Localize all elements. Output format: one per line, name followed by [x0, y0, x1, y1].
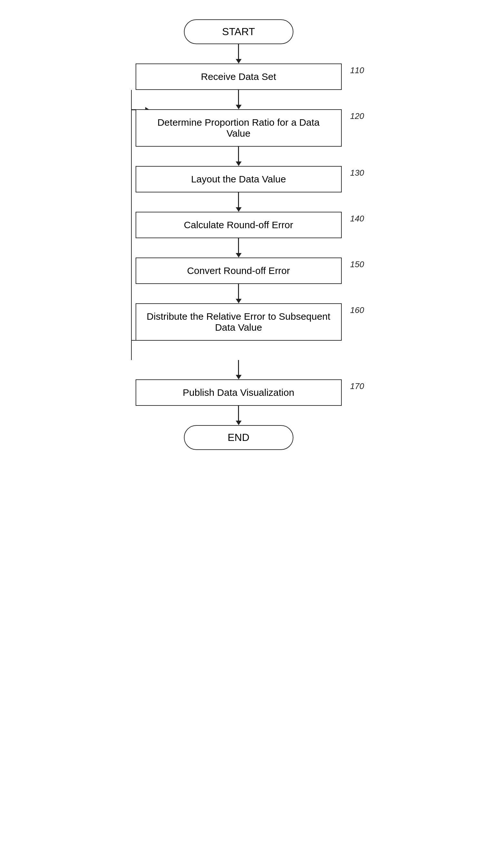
arrow-160-to-170 — [236, 360, 242, 379]
step-150-number: 150 — [350, 259, 364, 270]
step-140-number: 140 — [350, 214, 364, 224]
loop-left-line — [131, 90, 132, 360]
step-120-label: Determine Proportion Ratio for a Data Va… — [158, 117, 320, 138]
step-110-label: Receive Data Set — [201, 71, 276, 82]
step-150-wrapper: Convert Round-off Error 150 — [136, 257, 342, 284]
step-140-label: Calculate Round-off Error — [184, 219, 294, 230]
step-170-wrapper: Publish Data Visualization 170 — [136, 379, 342, 406]
arrow-start-to-110 — [236, 44, 242, 63]
step-150-box: Convert Round-off Error — [136, 257, 342, 284]
loop-section: Determine Proportion Ratio for a Data Va… — [126, 90, 351, 360]
step-110-wrapper: Receive Data Set 110 — [136, 63, 342, 90]
step-140-box: Calculate Round-off Error — [136, 212, 342, 238]
step-120-wrapper: Determine Proportion Ratio for a Data Va… — [136, 109, 342, 147]
step-160-wrapper: Distribute the Relative Error to Subsequ… — [136, 303, 342, 341]
step-170-number: 170 — [350, 381, 364, 391]
end-label: END — [228, 432, 250, 443]
arrow-140-to-150 — [236, 238, 242, 257]
step-150-label: Convert Round-off Error — [187, 265, 290, 276]
step-130-number: 130 — [350, 168, 364, 178]
step-130-label: Layout the Data Value — [191, 174, 286, 184]
end-terminal: END — [184, 425, 294, 450]
step-110-box: Receive Data Set — [136, 63, 342, 90]
arrow-130-to-140 — [236, 192, 242, 212]
start-terminal: START — [184, 19, 294, 44]
arrow-150-to-160 — [236, 284, 242, 303]
step-160-box: Distribute the Relative Error to Subsequ… — [136, 303, 342, 341]
start-label: START — [222, 26, 255, 37]
loop-bottom-spacer — [126, 341, 351, 360]
step-160-label: Distribute the Relative Error to Subsequ… — [146, 311, 330, 333]
step-140-wrapper: Calculate Round-off Error 140 — [136, 212, 342, 238]
step-160-number: 160 — [350, 305, 364, 315]
step-130-wrapper: Layout the Data Value 130 — [136, 166, 342, 192]
flowchart: START Receive Data Set 110 — [126, 19, 351, 450]
arrow-120-to-130 — [236, 147, 242, 166]
step-170-box: Publish Data Visualization — [136, 379, 342, 406]
step-170-label: Publish Data Visualization — [182, 387, 294, 398]
step-110-number: 110 — [350, 65, 364, 75]
step-120-box: Determine Proportion Ratio for a Data Va… — [136, 109, 342, 147]
step-130-box: Layout the Data Value — [136, 166, 342, 192]
arrow-170-to-end — [236, 406, 242, 425]
diagram-container: START Receive Data Set 110 — [0, 0, 477, 868]
arrow-110-to-120 — [236, 90, 242, 109]
step-120-number: 120 — [350, 111, 364, 121]
